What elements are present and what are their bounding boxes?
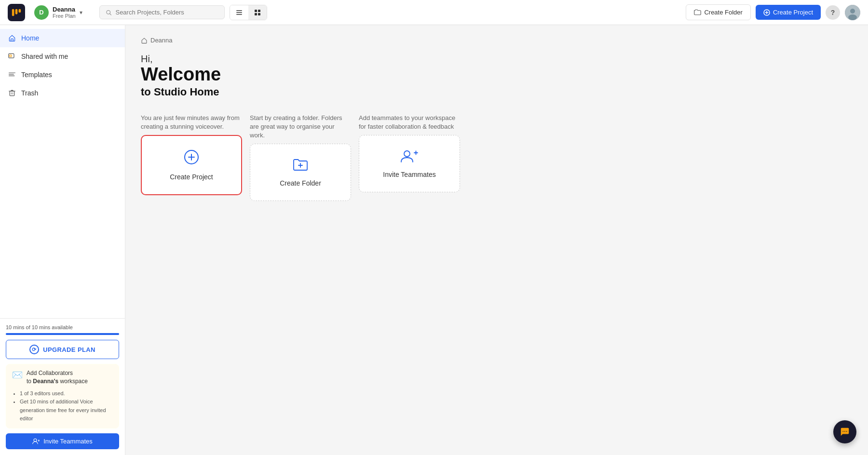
svg-point-40	[844, 431, 845, 432]
create-folder-label: Create Folder	[280, 179, 321, 187]
user-plus-icon	[32, 438, 40, 445]
sidebar-bottom: 10 mins of 10 mins available ⟳ UPGRADE P…	[0, 318, 125, 455]
chat-button[interactable]	[833, 420, 856, 443]
svg-rect-20	[9, 55, 12, 57]
invite-teammates-label: Invite Teammates	[383, 171, 435, 178]
search-input[interactable]	[115, 9, 218, 16]
create-folder-card[interactable]: Create Folder	[250, 144, 351, 201]
svg-point-39	[842, 431, 843, 432]
svg-rect-0	[12, 9, 14, 16]
main-layout: Home Shared with me	[0, 25, 868, 455]
usage-container: 10 mins of 10 mins available	[6, 324, 119, 335]
breadcrumb-home-icon	[141, 37, 148, 44]
collab-card: ✉️ Add Collaborators to Deanna's workspa…	[6, 364, 119, 428]
welcome-subtitle: to Studio Home	[141, 86, 853, 98]
upgrade-icon: ⟳	[29, 345, 39, 354]
svg-rect-24	[10, 91, 14, 96]
folder-plus-icon	[293, 158, 308, 174]
sidebar-item-trash[interactable]: Trash	[0, 84, 125, 102]
svg-point-16	[850, 9, 855, 13]
help-button[interactable]: ?	[826, 5, 840, 20]
sidebar-item-shared[interactable]: Shared with me	[0, 47, 125, 66]
user-plus-card-icon	[401, 149, 418, 166]
user-plan: Free Plan	[53, 13, 76, 19]
svg-rect-5	[236, 10, 242, 11]
breadcrumb: Deanna	[141, 37, 853, 44]
create-project-label: Create Project	[170, 173, 213, 181]
action-cards: You are just few minutes away from creat…	[141, 114, 853, 201]
welcome-hi: Hi,	[141, 54, 853, 65]
usage-bar	[6, 333, 119, 335]
svg-point-17	[848, 14, 857, 20]
user-menu[interactable]: D Deanna Free Plan ▾	[30, 3, 87, 22]
action-col-invite: Add teammates to your workspace for fast…	[359, 114, 460, 201]
list-view-button[interactable]	[230, 5, 248, 20]
svg-line-4	[109, 13, 111, 15]
invite-teammates-card[interactable]: Invite Teammates	[359, 135, 460, 192]
welcome-section: Hi, Welcome to Studio Home	[141, 54, 853, 98]
search-bar[interactable]	[99, 5, 225, 19]
logo	[8, 4, 25, 21]
svg-rect-1	[15, 9, 18, 14]
email-icon: ✉️	[12, 370, 23, 380]
svg-rect-2	[19, 9, 21, 12]
collab-title-to: to	[27, 378, 31, 385]
sidebar: Home Shared with me	[0, 25, 125, 455]
svg-rect-11	[258, 13, 260, 15]
user-avatar[interactable]	[845, 5, 860, 20]
view-toggle	[230, 5, 267, 20]
create-folder-button[interactable]: Create Folder	[686, 4, 750, 20]
plus-circle-icon	[184, 149, 199, 168]
topbar: D Deanna Free Plan ▾	[0, 0, 868, 25]
breadcrumb-label: Deanna	[150, 37, 173, 44]
avatar: D	[34, 5, 49, 20]
usage-fill	[6, 333, 119, 335]
usage-text: 10 mins of 10 mins available	[6, 324, 119, 330]
action-desc-invite: Add teammates to your workspace for fast…	[359, 114, 460, 131]
folder-icon	[694, 9, 701, 16]
action-col-create-project: You are just few minutes away from creat…	[141, 114, 242, 201]
svg-rect-18	[11, 39, 14, 41]
search-icon	[106, 9, 112, 16]
grid-view-button[interactable]	[248, 5, 267, 20]
action-desc-create-folder: Start by creating a folder. Folders are …	[250, 114, 351, 140]
sidebar-nav: Home Shared with me	[0, 29, 125, 318]
main-content: Deanna Hi, Welcome to Studio Home You ar…	[125, 25, 868, 455]
svg-rect-10	[255, 13, 257, 15]
trash-icon	[8, 89, 16, 97]
home-icon	[8, 34, 16, 42]
svg-point-36	[404, 151, 410, 157]
plus-icon	[763, 9, 770, 16]
action-col-create-folder: Start by creating a folder. Folders are …	[250, 114, 351, 201]
create-project-card[interactable]: Create Project	[141, 135, 242, 195]
welcome-title: Welcome	[141, 65, 853, 85]
upgrade-button[interactable]: ⟳ UPGRADE PLAN	[6, 340, 119, 359]
collab-workspace: workspace	[60, 378, 88, 385]
user-name: Deanna	[53, 6, 76, 13]
topbar-actions: Create Folder Create Project ?	[686, 4, 860, 20]
collab-bullets: 1 of 3 editors used. Get 10 mins of addi…	[12, 389, 113, 423]
svg-rect-8	[255, 10, 257, 12]
create-project-button[interactable]: Create Project	[756, 5, 821, 20]
svg-rect-9	[258, 10, 260, 12]
chevron-down-icon: ▾	[80, 9, 82, 16]
svg-point-28	[34, 439, 37, 442]
svg-rect-7	[236, 14, 242, 15]
grid-icon	[254, 9, 261, 16]
list-icon	[235, 9, 243, 16]
collab-title-prefix: Add Collaborators	[27, 370, 73, 376]
templates-icon	[8, 70, 16, 79]
collab-bullet-2: Get 10 mins of additional Voice generati…	[20, 398, 113, 423]
collab-bullet-1: 1 of 3 editors used.	[20, 389, 113, 398]
invite-teammates-sidebar-button[interactable]: Invite Teammates	[6, 433, 119, 449]
action-desc-create-project: You are just few minutes away from creat…	[141, 114, 242, 131]
svg-point-41	[846, 431, 847, 432]
sidebar-item-templates[interactable]: Templates	[0, 66, 125, 84]
svg-rect-6	[236, 12, 242, 13]
sidebar-item-home[interactable]: Home	[0, 29, 125, 47]
shared-icon	[8, 52, 16, 61]
collab-owner: Deanna's	[33, 378, 58, 385]
